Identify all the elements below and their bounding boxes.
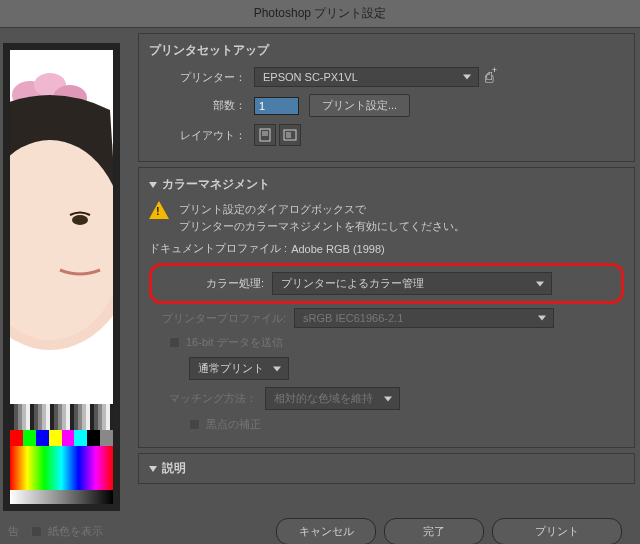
printer-setup-panel: プリンタセットアップ プリンター： EPSON SC-PX1VL 部数： プリン… [138, 33, 635, 162]
window-title: Photoshop プリント設定 [0, 0, 640, 28]
layout-label: レイアウト： [149, 128, 254, 143]
warn-summary: 告 [8, 524, 19, 539]
printer-setup-header: プリンタセットアップ [149, 42, 624, 59]
svg-point-5 [9, 140, 114, 340]
preview-pane [0, 28, 133, 508]
print-settings-button[interactable]: プリント設定... [309, 94, 410, 117]
svg-rect-8 [262, 131, 268, 136]
printer-label: プリンター： [149, 70, 254, 85]
matching-select: 相対的な色域を維持 [265, 387, 400, 410]
color-handling-label: カラー処理: [162, 276, 272, 291]
svg-rect-10 [286, 132, 291, 138]
paper-color-checkbox [31, 526, 42, 537]
done-button[interactable]: 完了 [384, 518, 484, 544]
landscape-icon[interactable] [279, 124, 301, 146]
printer-profile-label: プリンタープロファイル: [149, 311, 294, 326]
doc-profile-label: ドキュメントプロファイル : [149, 241, 287, 256]
preview-thumbnail [3, 43, 120, 511]
doc-profile-value: Adobe RGB (1998) [291, 243, 385, 255]
sixteen-bit-checkbox [169, 337, 180, 348]
warning-icon [149, 201, 169, 219]
print-button[interactable]: プリント [492, 518, 622, 544]
copies-input[interactable] [254, 97, 299, 115]
color-handling-highlight: カラー処理: プリンターによるカラー管理 [149, 263, 624, 304]
color-management-panel: カラーマネジメント プリント設定のダイアログボックスで プリンターのカラーマネジ… [138, 167, 635, 448]
blackpoint-checkbox [189, 419, 200, 430]
description-header[interactable]: 説明 [149, 460, 624, 477]
color-management-header[interactable]: カラーマネジメント [149, 176, 624, 193]
color-handling-select[interactable]: プリンターによるカラー管理 [272, 272, 552, 295]
color-calibration-bars [10, 404, 113, 504]
sixteen-bit-label: 16-bit データを送信 [186, 335, 283, 350]
cancel-button[interactable]: キャンセル [276, 518, 376, 544]
warning-text: プリント設定のダイアログボックスで プリンターのカラーマネジメントを有効にしてく… [179, 201, 465, 234]
blackpoint-label: 黒点の補正 [206, 417, 261, 432]
svg-point-6 [72, 215, 88, 225]
description-panel: 説明 [138, 453, 635, 484]
paper-color-label: 紙色を表示 [48, 524, 103, 539]
matching-label: マッチング方法： [169, 391, 257, 406]
add-printer-icon[interactable] [485, 69, 493, 85]
printer-profile-select: sRGB IEC61966-2.1 [294, 308, 554, 328]
normal-print-select[interactable]: 通常プリント [189, 357, 289, 380]
portrait-icon[interactable] [254, 124, 276, 146]
printer-select[interactable]: EPSON SC-PX1VL [254, 67, 479, 87]
copies-label: 部数： [149, 98, 254, 113]
face-image [9, 90, 114, 350]
